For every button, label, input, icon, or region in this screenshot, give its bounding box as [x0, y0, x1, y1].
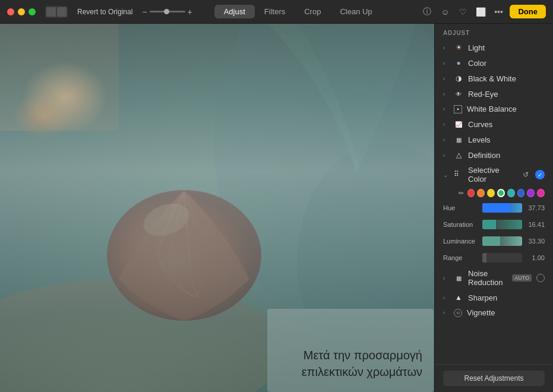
adjust-row-sharpen[interactable]: › ▲ Sharpen — [435, 290, 553, 305]
emoji-icon[interactable]: ☺ — [438, 5, 451, 18]
zoom-slider[interactable] — [150, 11, 185, 12]
color-swatches: ✏ — [435, 186, 553, 200]
adjust-row-levels[interactable]: › ▦ Levels — [435, 132, 553, 147]
luminance-value: 33.30 — [526, 238, 545, 245]
zoom-minus-button[interactable]: − — [142, 8, 147, 16]
zoom-plus-button[interactable]: + — [188, 8, 192, 16]
saturation-slider[interactable] — [482, 220, 522, 229]
luminance-label: Luminance — [443, 238, 479, 245]
hue-value: 37.73 — [526, 204, 545, 211]
close-button[interactable] — [7, 8, 14, 15]
bw-label: Black & White — [468, 74, 545, 83]
swatch-yellow[interactable] — [487, 189, 495, 197]
swatch-blue[interactable] — [517, 189, 525, 197]
view-toggle — [45, 6, 68, 18]
caption-line1: Μετά την προσαρμογή — [302, 347, 422, 363]
revert-button[interactable]: Revert to Original — [77, 8, 132, 16]
vignette-icon: ○ — [454, 309, 462, 317]
caption: Μετά την προσαρμογή επιλεκτικών χρωμάτων — [302, 347, 422, 380]
svg-point-4 — [0, 279, 285, 392]
compare-view-btn[interactable] — [57, 7, 67, 17]
panel-header: ADJUST — [435, 24, 553, 40]
maximize-button[interactable] — [29, 8, 36, 15]
tab-adjust[interactable]: Adjust — [214, 5, 255, 18]
adjust-row-bw[interactable]: › ◑ Black & White — [435, 71, 553, 86]
swatch-teal[interactable] — [507, 189, 515, 197]
swatch-red[interactable] — [467, 189, 475, 197]
adjust-row-redeye[interactable]: › 👁 Red-Eye — [435, 86, 553, 102]
traffic-lights — [7, 8, 36, 15]
zoom-control: − + — [142, 8, 192, 16]
saturation-row: Saturation 16.41 — [435, 216, 553, 233]
levels-icon: ▦ — [454, 135, 463, 144]
swatch-orange[interactable] — [477, 189, 485, 197]
reset-adjustments-button[interactable]: Reset Adjustments — [443, 371, 545, 386]
chevron-right-icon: › — [443, 121, 449, 128]
luminance-slider[interactable] — [482, 236, 522, 246]
share-icon[interactable]: ⬜ — [474, 5, 487, 18]
hue-slider[interactable] — [482, 203, 522, 213]
chevron-right-icon: › — [443, 275, 449, 282]
saturation-value: 16.41 — [526, 221, 545, 228]
svg-point-6 — [139, 198, 194, 242]
undo-icon[interactable]: ↺ — [521, 170, 530, 179]
check-icon[interactable]: ✓ — [535, 170, 545, 179]
light-icon: ☀ — [454, 43, 463, 52]
photo-image: Μετά την προσαρμογή επιλεκτικών χρωμάτων — [0, 24, 434, 392]
info-icon[interactable]: ⓘ — [421, 5, 434, 18]
noise-label: Noise Reduction — [468, 269, 507, 287]
noise-toggle[interactable] — [536, 274, 545, 282]
more-icon[interactable]: ••• — [492, 5, 505, 18]
selective-color-header[interactable]: ⌄ ⠿ Selective Color ↺ ✓ — [435, 163, 553, 186]
swatch-green[interactable] — [497, 189, 505, 197]
adjust-row-definition[interactable]: › △ Definition — [435, 147, 553, 163]
definition-label: Definition — [468, 151, 545, 160]
auto-badge: AUTO — [512, 274, 532, 282]
wb-icon: ▪ — [454, 105, 462, 113]
chevron-right-icon: › — [443, 91, 449, 97]
redeye-label: Red-Eye — [468, 90, 545, 99]
adjust-row-light[interactable]: › ☀ Light — [435, 40, 553, 55]
main-content: Μετά την προσαρμογή επιλεκτικών χρωμάτων… — [0, 24, 553, 392]
definition-icon: △ — [454, 150, 463, 160]
svg-point-5 — [107, 190, 261, 321]
range-row: Range 1.00 — [435, 249, 553, 266]
wb-label: White Balance — [467, 105, 545, 113]
single-view-btn[interactable] — [46, 7, 56, 17]
adjust-row-vignette[interactable]: › ○ Vignette — [435, 305, 553, 320]
luminance-row: Luminance 33.30 — [435, 233, 553, 249]
range-slider[interactable] — [482, 253, 522, 263]
tab-cleanup[interactable]: Clean Up — [330, 5, 381, 18]
swatch-purple[interactable] — [527, 189, 535, 197]
eyedropper-icon[interactable]: ✏ — [457, 189, 465, 197]
selective-color-icon: ⠿ — [454, 170, 463, 179]
hue-row: Hue 37.73 — [435, 200, 553, 216]
hue-label: Hue — [443, 204, 479, 211]
adjust-row-curves[interactable]: › 📈 Curves — [435, 116, 553, 132]
chevron-right-icon: › — [443, 137, 449, 143]
bw-icon: ◑ — [454, 74, 463, 83]
toolbar-right: ⓘ ☺ ♡ ⬜ ••• Done — [421, 5, 546, 18]
color-icon: ● — [454, 58, 463, 68]
chevron-right-icon: › — [443, 106, 449, 112]
heart-icon[interactable]: ♡ — [456, 5, 469, 18]
svg-point-1 — [214, 24, 434, 321]
adjust-row-wb[interactable]: › ▪ White Balance — [435, 102, 553, 116]
chevron-right-icon: › — [443, 309, 449, 316]
tab-crop[interactable]: Crop — [295, 5, 330, 18]
chevron-right-icon: › — [443, 152, 449, 159]
done-button[interactable]: Done — [510, 5, 546, 18]
adjust-panel: ADJUST › ☀ Light › ● Color › ◑ Black & W… — [434, 24, 553, 392]
adjust-row-color[interactable]: › ● Color — [435, 55, 553, 71]
panel-scroll[interactable]: › ☀ Light › ● Color › ◑ Black & White › … — [435, 40, 553, 364]
saturation-label: Saturation — [443, 221, 479, 228]
svg-rect-3 — [0, 24, 119, 131]
swatch-pink[interactable] — [537, 189, 545, 197]
photo-area: Μετά την προσαρμογή επιλεκτικών χρωμάτων — [0, 24, 434, 392]
sharpen-icon: ▲ — [454, 293, 463, 302]
adjust-row-noise[interactable]: › ▦ Noise Reduction AUTO — [435, 266, 553, 290]
tab-filters[interactable]: Filters — [255, 5, 295, 18]
curves-label: Curves — [468, 120, 545, 129]
minimize-button[interactable] — [18, 8, 25, 15]
selective-color-section: ⌄ ⠿ Selective Color ↺ ✓ ✏ — [435, 163, 553, 266]
